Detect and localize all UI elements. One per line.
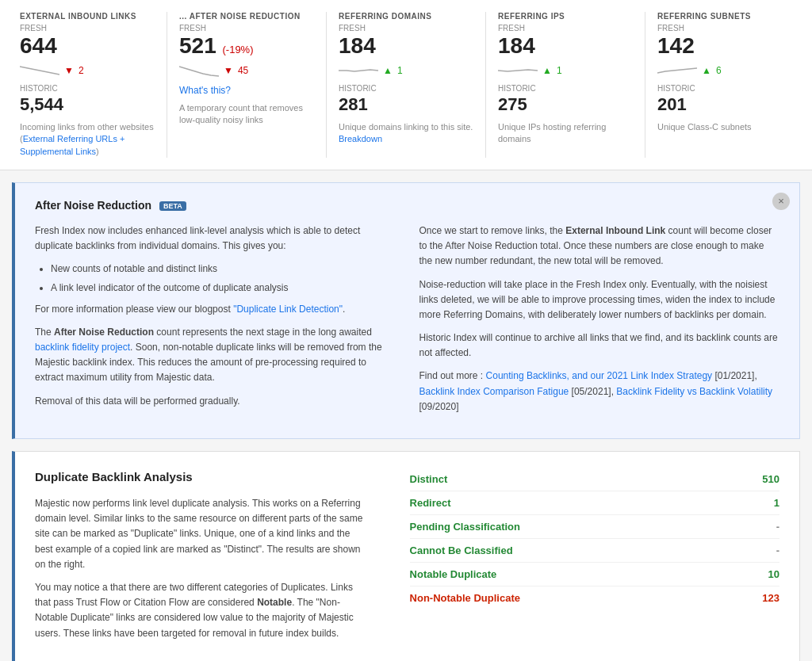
- stat-ips-label: REFERRING IPS: [498, 12, 633, 21]
- sparkline-row-0: ▼ 2: [20, 63, 155, 78]
- left-para-3: The After Noise Reduction count represen…: [35, 325, 396, 386]
- stat-domains-label: REFERRING DOMAINS: [339, 12, 473, 21]
- sparkline-3: [498, 63, 538, 78]
- stat-fresh-value-1: 521 (-19%): [179, 34, 314, 59]
- stat-after-noise: ... AFTER NOISE REDUCTION FRESH 521 (-19…: [167, 12, 327, 158]
- stat-referring-subnets: REFERRING SUBNETS FRESH 142 ▲ 6 HISTORIC…: [645, 12, 804, 158]
- bullet-1: New counts of notable and distinct links: [51, 262, 396, 277]
- close-button[interactable]: ×: [772, 193, 790, 210]
- bullet-2: A link level indicator of the outcome of…: [51, 281, 396, 296]
- stat-desc-3: Unique IPs hosting referring domains: [498, 121, 633, 146]
- bullet-list: New counts of notable and distinct links…: [51, 262, 396, 295]
- left-para-2: For more information please view our blo…: [35, 302, 396, 317]
- dup-row-notable: Notable Duplicate 10: [410, 563, 779, 586]
- historic-value-0: 5,544: [20, 94, 155, 115]
- change-icon-2: ▲: [383, 65, 393, 76]
- stat-referring-ips: REFERRING IPS FRESH 184 ▲ 1 HISTORIC 275…: [486, 12, 645, 158]
- dup-left-col: Duplicate Backlink Analysis Majestic now…: [35, 468, 370, 649]
- stat-desc-1: A temporary count that removes low-quali…: [179, 102, 314, 127]
- right-para-2: Noise-reduction will take place in the F…: [419, 277, 780, 323]
- sparkline-0: [20, 63, 59, 78]
- sparkline-row-3: ▲ 1: [498, 63, 633, 78]
- left-para-4: Removal of this data will be performed g…: [35, 394, 396, 409]
- stat-desc-2: Unique domains linking to this site. Bre…: [339, 121, 473, 146]
- dup-value-cannot: -: [776, 544, 779, 556]
- noise-reduction-panel: × After Noise Reduction BETA Fresh Index…: [12, 182, 800, 439]
- change-value-0: 2: [79, 65, 84, 76]
- external-referring-link[interactable]: External Referring URLs + Supplemental L…: [20, 134, 124, 155]
- dup-value-notable: 10: [768, 568, 779, 580]
- fidelity-volatility-link[interactable]: Backlink Fidelity vs Backlink Volatility: [616, 386, 772, 397]
- stat-fresh-value-0: 644: [20, 34, 155, 59]
- dup-label-nonnotable: Non-Notable Duplicate: [410, 592, 520, 604]
- change-value-1: 45: [238, 65, 248, 76]
- stat-referring-domains: REFERRING DOMAINS FRESH 184 ▲ 1 HISTORIC…: [327, 12, 486, 158]
- dup-value-nonnotable: 123: [762, 592, 779, 604]
- change-value-4: 6: [716, 65, 722, 76]
- sparkline-row-4: ▲ 6: [657, 63, 792, 78]
- stat-fresh-label-3: FRESH: [498, 24, 633, 32]
- info-panel-right: Once we start to remove links, the Exter…: [419, 224, 780, 422]
- comparison-fatigue-link[interactable]: Backlink Index Comparison Fatigue: [419, 386, 569, 397]
- counting-backlinks-link[interactable]: Counting Backlinks, and our 2021 Link In…: [486, 370, 713, 381]
- historic-value-4: 201: [657, 94, 792, 115]
- right-para-1: Once we start to remove links, the Exter…: [419, 224, 780, 269]
- historic-label-4: HISTORIC: [657, 84, 792, 93]
- stat-noise-label: ... AFTER NOISE REDUCTION: [179, 12, 314, 21]
- change-icon-0: ▼: [64, 65, 74, 76]
- change-icon-1: ▼: [224, 65, 233, 76]
- stat-fresh-label-4: FRESH: [657, 24, 792, 32]
- dup-value-pending: -: [776, 521, 779, 533]
- sparkline-row-2: ▲ 1: [339, 63, 473, 78]
- dup-label-pending: Pending Classification: [410, 521, 520, 533]
- backlink-fidelity-link[interactable]: backlink fidelity project: [35, 342, 130, 353]
- dup-right-col: Distinct 510 Redirect 1 Pending Classifi…: [394, 468, 779, 649]
- sparkline-4: [657, 63, 697, 78]
- whats-this-link[interactable]: What's this?: [179, 85, 231, 96]
- noise-change-pct: (-19%): [223, 44, 254, 55]
- dup-desc-1: Majestic now performs link level duplica…: [35, 496, 370, 572]
- stat-fresh-value-3: 184: [498, 34, 633, 59]
- dup-analysis-panel: Duplicate Backlink Analysis Majestic now…: [12, 451, 800, 661]
- change-value-2: 1: [397, 65, 403, 76]
- right-para-4: Find out more : Counting Backlinks, and …: [419, 369, 780, 415]
- left-para-1: Fresh Index now includes enhanced link-l…: [35, 224, 396, 254]
- stat-subnets-label: REFERRING SUBNETS: [657, 12, 792, 21]
- right-para-3: Historic Index will continue to archive …: [419, 330, 780, 361]
- dup-label-cannot: Cannot Be Classified: [410, 544, 513, 556]
- stat-fresh-value-4: 142: [657, 34, 792, 59]
- dup-row-cannot: Cannot Be Classified -: [410, 539, 779, 563]
- sparkline-row-1: ▼ 45: [179, 63, 314, 78]
- beta-badge: BETA: [159, 201, 186, 211]
- stat-desc-4: Unique Class-C subnets: [657, 121, 792, 133]
- info-panel-title: After Noise Reduction BETA: [35, 199, 779, 212]
- dup-title: Duplicate Backlink Analysis: [35, 468, 370, 487]
- change-icon-3: ▲: [542, 65, 552, 76]
- change-value-3: 1: [557, 65, 562, 76]
- historic-value-2: 281: [339, 94, 473, 115]
- dup-value-distinct: 510: [762, 473, 779, 485]
- stat-fresh-label-2: FRESH: [339, 24, 473, 32]
- dup-desc-2: You may notice a that there are two diff…: [35, 580, 370, 641]
- top-stats-row: EXTERNAL INBOUND LINKS FRESH 644 ▼ 2 HIS…: [0, 0, 812, 170]
- info-panel-left: Fresh Index now includes enhanced link-l…: [35, 224, 396, 422]
- dup-row-nonnotable: Non-Notable Duplicate 123: [410, 586, 779, 609]
- historic-label-2: HISTORIC: [339, 84, 473, 93]
- info-panel-content: Fresh Index now includes enhanced link-l…: [35, 224, 779, 422]
- dup-detection-link[interactable]: "Duplicate Link Detection": [233, 304, 343, 315]
- breakdown-link[interactable]: Breakdown: [339, 134, 382, 143]
- sparkline-1: [179, 63, 219, 78]
- historic-value-3: 275: [498, 94, 633, 115]
- change-icon-4: ▲: [702, 65, 711, 76]
- dup-label-distinct: Distinct: [410, 473, 448, 485]
- historic-label-3: HISTORIC: [498, 84, 633, 93]
- stat-fresh-value-2: 184: [339, 34, 473, 59]
- stat-fresh-label-1: FRESH: [179, 24, 314, 32]
- sparkline-2: [339, 63, 378, 78]
- historic-label-0: HISTORIC: [20, 84, 155, 93]
- dup-label-notable: Notable Duplicate: [410, 568, 497, 580]
- dup-row-redirect: Redirect 1: [410, 491, 779, 515]
- dup-row-distinct: Distinct 510: [410, 468, 779, 491]
- dup-value-redirect: 1: [774, 497, 779, 509]
- dup-row-pending: Pending Classification -: [410, 515, 779, 539]
